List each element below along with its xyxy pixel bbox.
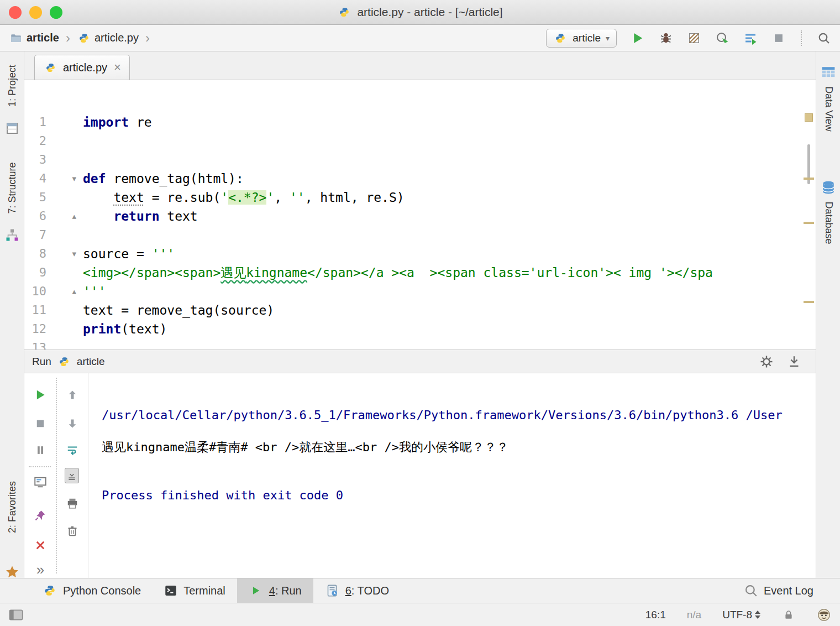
- database-icon[interactable]: [821, 180, 836, 197]
- python-file-icon: [77, 31, 91, 45]
- run-button[interactable]: [631, 31, 645, 45]
- toolwindow-button-run[interactable]: 4: Run: [237, 578, 313, 603]
- editor-scrollbar[interactable]: [801, 80, 816, 349]
- bottom-tool-bar: Python Console Terminal 4: Run 6: TODO E…: [0, 578, 840, 603]
- run-with-coverage-button[interactable]: [687, 31, 701, 45]
- pause-output-button[interactable]: [33, 443, 48, 457]
- close-panel-button[interactable]: [33, 538, 48, 552]
- terminal-icon: [164, 584, 177, 597]
- sidebar-item-database[interactable]: Database: [822, 201, 834, 244]
- right-tool-stripe: Data View Database: [816, 51, 840, 578]
- toolwindow-toggle-icon[interactable]: [9, 608, 23, 622]
- up-stack-trace-button[interactable]: [65, 388, 80, 402]
- pycharm-window: article.py - article - [~/article] artic…: [0, 0, 840, 626]
- zoom-window-button[interactable]: [50, 6, 62, 19]
- minimize-window-button[interactable]: [29, 6, 42, 19]
- fold-marker-icon[interactable]: ▴: [52, 207, 83, 226]
- pin-tab-button[interactable]: [33, 508, 48, 523]
- line-number: 12: [24, 320, 52, 338]
- debug-bug-button[interactable]: [659, 31, 673, 45]
- favorites-star-icon[interactable]: [5, 565, 19, 581]
- file-encoding-select[interactable]: UTF-8: [722, 609, 760, 621]
- toolwindow-label: Terminal: [183, 585, 225, 597]
- fold-marker-icon[interactable]: ▾: [52, 244, 83, 263]
- run-tool-window: Run article: [24, 349, 816, 578]
- sidebar-item-structure[interactable]: 7: Structure: [6, 162, 18, 213]
- show-console-button[interactable]: [33, 475, 48, 489]
- code-line: 4▾def remove_tag(html):: [24, 169, 816, 188]
- close-window-button[interactable]: [9, 6, 22, 19]
- toolwindow-button-todo[interactable]: 6: TODO: [313, 578, 401, 603]
- run-console[interactable]: /usr/local/Cellar/python/3.6.5_1/Framewo…: [88, 373, 816, 578]
- code-line: 9<img></span><span>遇见kingname</span></a …: [24, 263, 816, 282]
- scroll-to-end-button[interactable]: [65, 468, 79, 483]
- breadcrumb-file[interactable]: article.py: [95, 32, 139, 44]
- window-title: article.py - article - [~/article]: [0, 0, 840, 24]
- tab-label: article.py: [63, 61, 107, 74]
- search-everywhere-icon[interactable]: [817, 31, 831, 45]
- hide-panel-icon[interactable]: [787, 354, 801, 369]
- run-config-label: article: [573, 32, 601, 44]
- clear-console-trash-button[interactable]: [65, 524, 80, 538]
- code-text: source = ''': [83, 244, 175, 263]
- gear-settings-icon[interactable]: [759, 354, 774, 369]
- toolwindow-button-python-console[interactable]: Python Console: [31, 578, 153, 603]
- status-bar: 16:1 n/a UTF-8: [0, 603, 840, 626]
- lock-readonly-icon[interactable]: [781, 608, 796, 622]
- down-stack-trace-button[interactable]: [65, 416, 80, 431]
- code-lines: 1import re234▾def remove_tag(html):5 tex…: [24, 113, 816, 349]
- event-log-button[interactable]: Event Log: [744, 578, 840, 603]
- run-toolbar: »: [24, 373, 88, 578]
- print-console-button[interactable]: [65, 496, 80, 510]
- main-area: article.py × 1import re234▾def remove_ta…: [24, 51, 816, 578]
- python-file-icon: [43, 60, 57, 75]
- concurrency-diagram-button[interactable]: [743, 31, 758, 45]
- event-log-label: Event Log: [764, 585, 813, 597]
- traffic-lights: [9, 6, 62, 19]
- more-actions-button[interactable]: »: [33, 562, 48, 577]
- line-number: 1: [24, 113, 52, 132]
- fold-marker-icon[interactable]: ▾: [52, 169, 83, 188]
- line-separator-indicator[interactable]: n/a: [687, 609, 701, 621]
- code-editor[interactable]: 1import re234▾def remove_tag(html):5 tex…: [24, 80, 816, 349]
- structure-tool-icon[interactable]: [6, 228, 19, 244]
- console-line: [102, 471, 816, 487]
- stop-button-disabled[interactable]: [771, 31, 786, 45]
- fold-marker-icon[interactable]: ▴: [52, 282, 83, 301]
- rerun-button[interactable]: [33, 388, 48, 402]
- code-text: return text: [83, 207, 198, 226]
- python-file-icon: [337, 5, 351, 19]
- breadcrumb-project[interactable]: article: [27, 32, 59, 44]
- line-number: 2: [24, 132, 52, 150]
- caret-position[interactable]: 16:1: [645, 609, 666, 621]
- console-line: [102, 423, 816, 439]
- stop-button[interactable]: [33, 416, 48, 431]
- toolwindow-label: 6: TODO: [345, 585, 389, 597]
- code-line: 8▾source = ''': [24, 244, 816, 263]
- sidebar-item-project[interactable]: 1: Project: [6, 65, 18, 107]
- error-stripe-mark[interactable]: [804, 222, 814, 224]
- sidebar-item-data-view[interactable]: Data View: [822, 86, 834, 132]
- encoding-label: UTF-8: [722, 609, 752, 621]
- error-stripe-mark[interactable]: [804, 301, 814, 303]
- inspection-status-square[interactable]: [805, 113, 813, 122]
- close-tab-icon[interactable]: ×: [114, 61, 121, 74]
- profiler-button[interactable]: [715, 31, 729, 45]
- run-configuration-select[interactable]: article ▾: [546, 29, 617, 48]
- user-face-icon[interactable]: [817, 608, 831, 622]
- project-tool-icon[interactable]: [6, 122, 19, 137]
- data-view-icon[interactable]: [821, 65, 836, 82]
- soft-wrap-button[interactable]: [65, 443, 80, 457]
- console-line: 遇见kingname温柔#青南# <br />就在这里…<br />我的小侯爷呢…: [102, 439, 816, 455]
- fold-spacer: [52, 301, 83, 320]
- toolwindow-button-terminal[interactable]: Terminal: [153, 578, 237, 603]
- up-down-arrows-icon: [755, 611, 760, 619]
- code-line: 3: [24, 150, 816, 169]
- sidebar-item-favorites[interactable]: 2: Favorites: [6, 481, 18, 533]
- tab-article-py[interactable]: article.py ×: [34, 55, 130, 80]
- error-stripe-mark[interactable]: [804, 178, 814, 180]
- line-number: 8: [24, 244, 52, 263]
- breadcrumb-chevron-icon: ›: [66, 32, 70, 45]
- line-number: 7: [24, 226, 52, 244]
- left-tool-stripe: 1: Project 7: Structure 2: Favorites: [0, 51, 24, 578]
